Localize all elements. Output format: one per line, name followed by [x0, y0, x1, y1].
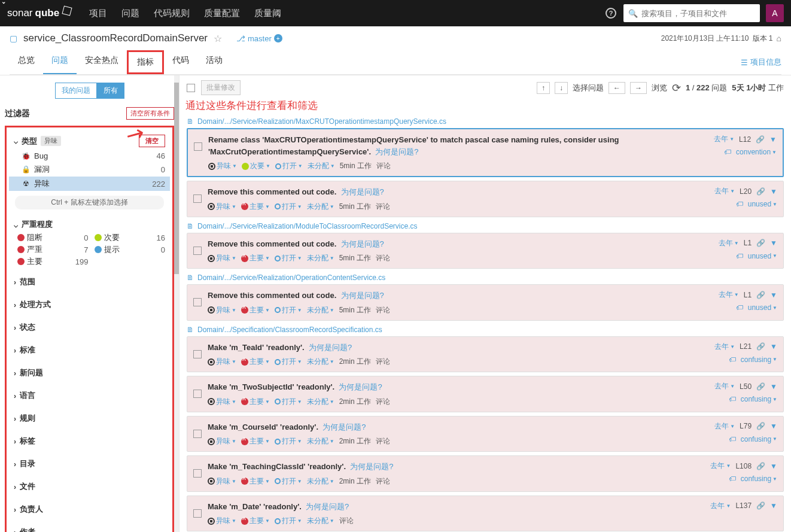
facet-header[interactable]: 新问题 — [9, 365, 170, 381]
filter-icon[interactable]: ▼ — [770, 291, 777, 299]
issue-assignee-dropdown[interactable]: 未分配 — [307, 436, 334, 446]
issue-type-dropdown[interactable]: 异味 — [208, 436, 236, 446]
issue-severity-dropdown[interactable]: 主要 — [241, 305, 270, 315]
issue-assignee-dropdown[interactable]: 未分配 — [307, 253, 334, 263]
filter-icon[interactable]: ▼ — [770, 342, 777, 351]
issue-age[interactable]: 去年 — [714, 186, 735, 196]
permalink-icon[interactable]: 🔗 — [756, 239, 765, 247]
issue-tag[interactable]: confusing — [741, 435, 777, 443]
facet-header[interactable]: 标准 — [9, 342, 170, 358]
issue-comment-link[interactable]: 评论 — [339, 516, 354, 526]
project-tab[interactable]: 安全热点 — [77, 50, 127, 74]
facet-header[interactable]: 语言 — [9, 388, 170, 403]
sidebar-scrollbar[interactable] — [174, 75, 179, 532]
permalink-icon[interactable]: 🔗 — [756, 501, 765, 510]
issue-checkbox[interactable] — [193, 430, 202, 438]
global-search[interactable]: 🔍 — [623, 4, 760, 22]
search-input[interactable] — [641, 9, 755, 18]
issue-checkbox[interactable] — [193, 298, 202, 306]
project-tab[interactable]: 活动 — [197, 50, 231, 74]
issue-comment-link[interactable]: 评论 — [376, 357, 390, 367]
project-tab[interactable]: 问题 — [43, 50, 77, 74]
issue-type-dropdown[interactable]: 异味 — [208, 161, 237, 171]
issue-comment-link[interactable]: 评论 — [376, 436, 390, 446]
why-link[interactable]: 为何是问题? — [350, 462, 393, 471]
issue-card[interactable]: Remove this commented out code. 为何是问题? 异… — [187, 181, 784, 217]
why-link[interactable]: 为何是问题? — [339, 382, 382, 391]
issue-type-dropdown[interactable]: 异味 — [208, 397, 236, 407]
filter-icon[interactable]: ▼ — [769, 135, 777, 144]
facet-header[interactable]: 处理方式 — [9, 297, 170, 312]
issue-tag[interactable]: convention — [736, 148, 777, 156]
issue-comment-link[interactable]: 评论 — [376, 202, 390, 212]
my-issues-toggle[interactable]: 我的问题 — [55, 83, 97, 99]
issue-severity-dropdown[interactable]: 主要 — [241, 516, 270, 526]
file-path[interactable]: 🗎Domain/.../Specification/ClassroomRecor… — [187, 326, 784, 334]
issue-card[interactable]: Make 'm_TeachingClassId' 'readonly'. 为何是… — [187, 455, 784, 492]
issue-age[interactable]: 去年 — [714, 421, 735, 431]
issue-severity-dropdown[interactable]: 主要 — [241, 202, 270, 212]
severity-filter-item[interactable]: 严重7 — [17, 244, 89, 255]
issue-type-dropdown[interactable]: 异味 — [208, 357, 236, 367]
issue-age[interactable]: 去年 — [710, 501, 731, 511]
topnav-item[interactable]: 问题 — [114, 8, 147, 18]
project-tab[interactable]: 总览 — [10, 50, 43, 74]
issue-age[interactable]: 去年 — [710, 461, 731, 471]
issue-age[interactable]: 去年 — [714, 134, 734, 144]
home-icon[interactable]: ⌂ — [777, 34, 781, 43]
project-tab[interactable]: 指标 — [127, 50, 164, 74]
issue-card[interactable]: Make 'm_CourseId' 'readonly'. 为何是问题? 异味 … — [187, 416, 784, 452]
issue-status-dropdown[interactable]: 打开 — [275, 436, 302, 446]
issue-status-dropdown[interactable]: 打开 — [275, 516, 302, 526]
issue-card[interactable]: Remove this commented out code. 为何是问题? 异… — [187, 284, 784, 321]
issue-status-dropdown[interactable]: 打开 — [275, 397, 302, 407]
select-all-checkbox[interactable] — [187, 84, 195, 92]
issue-age[interactable]: 去年 — [714, 342, 735, 352]
severity-filter-item[interactable]: 阻断0 — [17, 232, 89, 243]
issue-type-dropdown[interactable]: 异味 — [208, 516, 236, 526]
permalink-icon[interactable]: 🔗 — [756, 135, 765, 144]
file-path[interactable]: 🗎Domain/.../Service/Realization/ModuleTo… — [187, 222, 784, 230]
project-info-link[interactable]: 项目信息 — [741, 50, 781, 74]
type-filter-row[interactable]: 🔒漏洞0 — [9, 162, 170, 177]
issue-severity-dropdown[interactable]: 主要 — [241, 436, 270, 446]
issue-assignee-dropdown[interactable]: 未分配 — [307, 397, 334, 407]
project-tab[interactable]: 代码 — [164, 50, 197, 74]
issue-checkbox[interactable] — [194, 142, 202, 151]
severity-filter-item[interactable]: 提示0 — [95, 244, 166, 255]
issue-age[interactable]: 去年 — [714, 381, 735, 391]
nav-right-button[interactable]: → — [630, 82, 647, 94]
branch-selector[interactable]: ⎇ master + — [236, 34, 282, 43]
why-link[interactable]: 为何是问题? — [306, 502, 349, 511]
issue-status-dropdown[interactable]: 打开 — [275, 253, 302, 263]
issue-assignee-dropdown[interactable]: 未分配 — [308, 161, 335, 171]
issue-status-dropdown[interactable]: 打开 — [275, 357, 302, 367]
permalink-icon[interactable]: 🔗 — [756, 382, 765, 391]
issue-type-dropdown[interactable]: 异味 — [208, 476, 236, 487]
issue-status-dropdown[interactable]: 打开 — [275, 202, 302, 212]
issue-age[interactable]: 去年 — [719, 238, 739, 248]
issue-status-dropdown[interactable]: 打开 — [275, 476, 302, 487]
issue-card[interactable]: Rename class 'MaxCRUTOperationtimestampQ… — [187, 128, 784, 177]
all-issues-toggle[interactable]: 所有 — [97, 83, 124, 99]
topnav-item[interactable]: 代码规则 — [147, 8, 197, 18]
clear-all-filters-button[interactable]: 清空所有条件 — [126, 107, 174, 120]
issue-severity-dropdown[interactable]: 主要 — [241, 476, 270, 487]
issue-comment-link[interactable]: 评论 — [376, 161, 391, 171]
filter-icon[interactable]: ▼ — [770, 239, 777, 247]
facet-header[interactable]: 负责人 — [9, 501, 170, 517]
severity-filter-item[interactable]: 主要199 — [17, 256, 89, 267]
star-icon[interactable]: ☆ — [214, 33, 222, 44]
issue-comment-link[interactable]: 评论 — [376, 253, 390, 263]
issue-checkbox[interactable] — [193, 509, 202, 518]
topnav-item[interactable]: 项目 — [82, 8, 114, 18]
issue-tag[interactable]: confusing — [741, 475, 777, 483]
help-icon[interactable]: ? — [606, 8, 616, 19]
issue-checkbox[interactable] — [193, 390, 202, 398]
topnav-item[interactable]: 质量阈 — [247, 8, 288, 18]
permalink-icon[interactable]: 🔗 — [756, 342, 765, 351]
issue-severity-dropdown[interactable]: 主要 — [241, 357, 270, 367]
why-link[interactable]: 为何是问题? — [341, 291, 384, 300]
issue-card[interactable]: Make 'm_Date' 'readonly'. 为何是问题? 异味 主要 打… — [187, 495, 784, 532]
filter-icon[interactable]: ▼ — [770, 187, 777, 196]
